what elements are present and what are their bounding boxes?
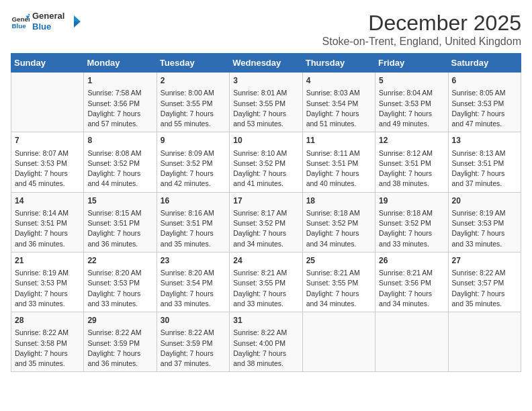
calendar-week-5: 28Sunrise: 8:22 AM Sunset: 3:58 PM Dayli… xyxy=(11,312,521,372)
day-content: Sunrise: 8:07 AM Sunset: 3:53 PM Dayligh… xyxy=(15,148,80,189)
calendar-cell: 17Sunrise: 8:17 AM Sunset: 3:52 PM Dayli… xyxy=(230,192,302,252)
day-content: Sunrise: 8:10 AM Sunset: 3:52 PM Dayligh… xyxy=(233,148,298,189)
day-number: 9 xyxy=(161,135,226,146)
logo-arrow-icon xyxy=(67,14,82,29)
calendar-cell: 24Sunrise: 8:21 AM Sunset: 3:55 PM Dayli… xyxy=(230,252,302,312)
calendar-cell: 4Sunrise: 8:03 AM Sunset: 3:54 PM Daylig… xyxy=(302,73,375,132)
calendar-cell xyxy=(302,312,375,372)
day-content: Sunrise: 8:01 AM Sunset: 3:55 PM Dayligh… xyxy=(233,88,298,129)
calendar-cell: 2Sunrise: 8:00 AM Sunset: 3:55 PM Daylig… xyxy=(157,73,229,132)
calendar-cell: 13Sunrise: 8:13 AM Sunset: 3:51 PM Dayli… xyxy=(448,132,521,192)
calendar-cell: 23Sunrise: 8:20 AM Sunset: 3:54 PM Dayli… xyxy=(157,252,229,312)
calendar-cell xyxy=(448,312,521,372)
calendar-cell xyxy=(375,312,448,372)
svg-text:Blue: Blue xyxy=(11,21,26,29)
calendar-table: SundayMondayTuesdayWednesdayThursdayFrid… xyxy=(11,53,521,372)
day-content: Sunrise: 8:19 AM Sunset: 3:53 PM Dayligh… xyxy=(452,208,517,249)
calendar-cell: 16Sunrise: 8:16 AM Sunset: 3:51 PM Dayli… xyxy=(157,192,229,252)
day-number: 20 xyxy=(452,195,517,207)
calendar-cell: 22Sunrise: 8:20 AM Sunset: 3:53 PM Dayli… xyxy=(84,252,157,312)
header-row: SundayMondayTuesdayWednesdayThursdayFrid… xyxy=(11,54,521,73)
day-number: 23 xyxy=(161,255,226,267)
calendar-cell: 11Sunrise: 8:11 AM Sunset: 3:51 PM Dayli… xyxy=(302,132,375,192)
day-number: 17 xyxy=(233,195,298,207)
calendar-cell: 19Sunrise: 8:18 AM Sunset: 3:52 PM Dayli… xyxy=(375,192,448,252)
calendar-body: 1Sunrise: 7:58 AM Sunset: 3:56 PM Daylig… xyxy=(11,73,521,372)
day-content: Sunrise: 8:04 AM Sunset: 3:53 PM Dayligh… xyxy=(379,88,444,129)
day-content: Sunrise: 8:03 AM Sunset: 3:54 PM Dayligh… xyxy=(306,88,371,129)
day-content: Sunrise: 7:58 AM Sunset: 3:56 PM Dayligh… xyxy=(87,88,152,129)
header-cell-saturday: Saturday xyxy=(448,54,521,73)
day-number: 6 xyxy=(452,75,517,87)
day-number: 16 xyxy=(161,195,226,207)
calendar-week-1: 1Sunrise: 7:58 AM Sunset: 3:56 PM Daylig… xyxy=(11,73,521,132)
calendar-cell: 3Sunrise: 8:01 AM Sunset: 3:55 PM Daylig… xyxy=(230,73,302,132)
day-number: 18 xyxy=(306,195,371,207)
day-content: Sunrise: 8:14 AM Sunset: 3:51 PM Dayligh… xyxy=(15,208,80,249)
calendar-cell: 28Sunrise: 8:22 AM Sunset: 3:58 PM Dayli… xyxy=(11,312,84,372)
header-cell-thursday: Thursday xyxy=(302,54,375,73)
calendar-cell xyxy=(11,73,84,132)
day-content: Sunrise: 8:13 AM Sunset: 3:51 PM Dayligh… xyxy=(452,148,517,189)
day-number: 8 xyxy=(87,135,152,146)
day-content: Sunrise: 8:11 AM Sunset: 3:51 PM Dayligh… xyxy=(306,148,371,189)
logo-icon: General Blue xyxy=(11,12,30,31)
calendar-cell: 20Sunrise: 8:19 AM Sunset: 3:53 PM Dayli… xyxy=(448,192,521,252)
page-header: General Blue General Blue December 2025 … xyxy=(11,11,521,48)
header-cell-wednesday: Wednesday xyxy=(230,54,302,73)
calendar-cell: 31Sunrise: 8:22 AM Sunset: 4:00 PM Dayli… xyxy=(230,312,302,372)
calendar-week-3: 14Sunrise: 8:14 AM Sunset: 3:51 PM Dayli… xyxy=(11,192,521,252)
day-number: 1 xyxy=(87,75,152,87)
day-number: 21 xyxy=(15,255,80,267)
calendar-cell: 1Sunrise: 7:58 AM Sunset: 3:56 PM Daylig… xyxy=(84,73,157,132)
calendar-title: December 2025 xyxy=(322,11,521,36)
day-content: Sunrise: 8:15 AM Sunset: 3:51 PM Dayligh… xyxy=(87,208,152,249)
day-number: 14 xyxy=(15,195,80,207)
day-number: 15 xyxy=(87,195,152,207)
day-number: 30 xyxy=(161,315,226,326)
header-cell-sunday: Sunday xyxy=(11,54,84,73)
calendar-cell: 12Sunrise: 8:12 AM Sunset: 3:51 PM Dayli… xyxy=(375,132,448,192)
logo-blue: Blue xyxy=(32,21,64,32)
day-number: 25 xyxy=(306,255,371,267)
day-content: Sunrise: 8:08 AM Sunset: 3:52 PM Dayligh… xyxy=(87,148,152,189)
calendar-cell: 10Sunrise: 8:10 AM Sunset: 3:52 PM Dayli… xyxy=(230,132,302,192)
header-cell-tuesday: Tuesday xyxy=(157,54,229,73)
calendar-subtitle: Stoke-on-Trent, England, United Kingdom xyxy=(322,36,521,48)
day-number: 7 xyxy=(15,135,80,146)
day-number: 5 xyxy=(379,75,444,87)
calendar-week-4: 21Sunrise: 8:19 AM Sunset: 3:53 PM Dayli… xyxy=(11,252,521,312)
day-content: Sunrise: 8:18 AM Sunset: 3:52 PM Dayligh… xyxy=(306,208,371,249)
day-number: 24 xyxy=(233,255,298,267)
logo-general: General xyxy=(32,11,64,21)
day-number: 11 xyxy=(306,135,371,146)
calendar-cell: 18Sunrise: 8:18 AM Sunset: 3:52 PM Dayli… xyxy=(302,192,375,252)
calendar-cell: 30Sunrise: 8:22 AM Sunset: 3:59 PM Dayli… xyxy=(157,312,229,372)
day-content: Sunrise: 8:00 AM Sunset: 3:55 PM Dayligh… xyxy=(161,88,226,129)
calendar-cell: 15Sunrise: 8:15 AM Sunset: 3:51 PM Dayli… xyxy=(84,192,157,252)
day-number: 22 xyxy=(87,255,152,267)
svg-marker-4 xyxy=(74,15,81,21)
day-number: 12 xyxy=(379,135,444,146)
calendar-week-2: 7Sunrise: 8:07 AM Sunset: 3:53 PM Daylig… xyxy=(11,132,521,192)
header-cell-friday: Friday xyxy=(375,54,448,73)
calendar-cell: 29Sunrise: 8:22 AM Sunset: 3:59 PM Dayli… xyxy=(84,312,157,372)
day-content: Sunrise: 8:09 AM Sunset: 3:52 PM Dayligh… xyxy=(161,148,226,189)
day-number: 19 xyxy=(379,195,444,207)
day-number: 10 xyxy=(233,135,298,146)
day-content: Sunrise: 8:12 AM Sunset: 3:51 PM Dayligh… xyxy=(379,148,444,189)
day-content: Sunrise: 8:18 AM Sunset: 3:52 PM Dayligh… xyxy=(379,208,444,249)
day-number: 2 xyxy=(161,75,226,87)
day-content: Sunrise: 8:22 AM Sunset: 4:00 PM Dayligh… xyxy=(233,328,298,369)
day-content: Sunrise: 8:16 AM Sunset: 3:51 PM Dayligh… xyxy=(161,208,226,249)
day-content: Sunrise: 8:20 AM Sunset: 3:54 PM Dayligh… xyxy=(161,268,226,309)
day-number: 13 xyxy=(452,135,517,146)
day-content: Sunrise: 8:22 AM Sunset: 3:57 PM Dayligh… xyxy=(452,268,517,309)
header-cell-monday: Monday xyxy=(84,54,157,73)
calendar-cell: 7Sunrise: 8:07 AM Sunset: 3:53 PM Daylig… xyxy=(11,132,84,192)
day-content: Sunrise: 8:21 AM Sunset: 3:55 PM Dayligh… xyxy=(233,268,298,309)
day-content: Sunrise: 8:17 AM Sunset: 3:52 PM Dayligh… xyxy=(233,208,298,249)
title-block: December 2025 Stoke-on-Trent, England, U… xyxy=(322,11,521,48)
logo: General Blue General Blue xyxy=(11,11,82,32)
calendar-cell: 5Sunrise: 8:04 AM Sunset: 3:53 PM Daylig… xyxy=(375,73,448,132)
